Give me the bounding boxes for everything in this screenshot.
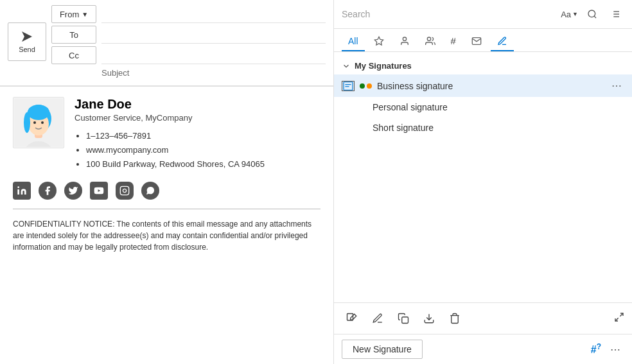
- signature-divider: [13, 209, 320, 209]
- signatures-list: My Signatures Business signature ⋯ Perso…: [334, 52, 632, 302]
- svg-rect-26: [344, 82, 353, 89]
- svg-marker-23: [374, 37, 383, 45]
- svg-point-11: [17, 187, 19, 189]
- subject-label: Subject: [101, 68, 146, 78]
- signature-info: Jane Doe Customer Service, MyCompany 1–1…: [75, 97, 265, 171]
- hash-action-icon[interactable]: #?: [591, 342, 601, 356]
- search-icon-button[interactable]: [583, 5, 601, 23]
- download-icon-button[interactable]: [419, 308, 439, 329]
- svg-point-6: [28, 105, 49, 120]
- linkedin-icon: [13, 182, 31, 200]
- confidentiality-notice: CONFIDENTIALITY NOTICE: The contents of …: [13, 218, 320, 253]
- more-options-button[interactable]: ⋯: [609, 80, 624, 92]
- cc-input[interactable]: [101, 46, 326, 64]
- sig-item-business[interactable]: Business signature ⋯: [334, 74, 632, 97]
- header-row: Send From ▼ To: [8, 5, 326, 78]
- send-label: Send: [19, 46, 35, 53]
- edit-icon-button[interactable]: [342, 308, 362, 329]
- to-input[interactable]: [101, 26, 326, 44]
- to-row: To: [51, 26, 326, 44]
- sig-short-label: Short signature: [342, 123, 624, 133]
- svg-point-9: [41, 121, 44, 124]
- from-input[interactable]: [101, 5, 326, 23]
- twitter-icon: [64, 182, 82, 200]
- svg-point-25: [427, 37, 430, 40]
- email-header: Send From ▼ To: [0, 0, 333, 86]
- signature-toolbar: [334, 302, 632, 334]
- search-bar: Aa ▼: [334, 0, 632, 29]
- email-compose-panel: Send From ▼ To: [0, 0, 334, 364]
- delete-icon-button[interactable]: [444, 308, 465, 329]
- hashtag-label: #: [451, 35, 456, 46]
- my-signatures-header[interactable]: My Signatures: [334, 57, 632, 74]
- search-bar-controls: Aa ▼: [561, 5, 624, 23]
- svg-line-32: [620, 313, 623, 316]
- from-button[interactable]: From ▼: [51, 5, 96, 23]
- new-signature-button[interactable]: New Signature: [342, 340, 423, 359]
- from-chevron-icon: ▼: [82, 11, 88, 18]
- font-size-button[interactable]: Aa ▼: [561, 10, 578, 19]
- whatsapp-icon: [141, 182, 159, 200]
- svg-rect-30: [402, 317, 408, 324]
- dot-green: [360, 83, 365, 89]
- new-signature-label: New Signature: [353, 344, 412, 354]
- tab-hashtag[interactable]: #: [444, 31, 462, 51]
- signature-area: Jane Doe Customer Service, MyCompany 1–1…: [0, 86, 333, 364]
- cc-label: Cc: [69, 51, 79, 60]
- cc-row: Cc: [51, 46, 326, 64]
- svg-marker-0: [22, 31, 32, 42]
- more-actions-button[interactable]: ⋯: [606, 340, 624, 358]
- sig-details: 1–123–456–7891 www.mycompany.com 100 Bui…: [75, 129, 265, 171]
- expand-icon[interactable]: [614, 312, 624, 325]
- youtube-icon: [90, 182, 108, 200]
- from-label: From: [60, 10, 79, 19]
- section-label: My Signatures: [355, 61, 412, 71]
- svg-line-16: [594, 16, 596, 18]
- search-input[interactable]: [342, 9, 556, 19]
- sig-website: www.mycompany.com: [86, 143, 265, 157]
- new-signature-row: New Signature #? ⋯: [334, 334, 632, 364]
- more-actions-icon: ⋯: [610, 343, 620, 356]
- sig-title: Customer Service, MyCompany: [75, 113, 265, 123]
- filter-icon-button[interactable]: [606, 5, 624, 23]
- svg-rect-10: [17, 189, 19, 195]
- tab-starred[interactable]: [367, 32, 391, 51]
- sig-item-personal[interactable]: Personal signature: [334, 97, 632, 117]
- signatures-panel: Aa ▼ Al: [334, 0, 632, 364]
- sig-address: 100 Build Parkway, Redwood Shores, CA 94…: [86, 157, 265, 171]
- svg-point-7: [24, 112, 30, 133]
- subject-row: Subject: [51, 68, 326, 78]
- svg-point-8: [33, 121, 36, 124]
- sig-name: Jane Doe: [75, 97, 265, 112]
- sig-status-dots: [360, 83, 372, 89]
- rename-icon-button[interactable]: [367, 308, 388, 329]
- sig-personal-label: Personal signature: [342, 102, 624, 112]
- sig-business-label: Business signature: [377, 81, 604, 91]
- sig-file-icon: [342, 81, 355, 91]
- to-label: To: [69, 30, 78, 40]
- svg-point-24: [403, 37, 406, 40]
- instagram-icon: [116, 182, 134, 200]
- sig-item-short[interactable]: Short signature: [334, 117, 632, 138]
- tab-mail[interactable]: [465, 32, 488, 51]
- send-button[interactable]: Send: [8, 22, 46, 61]
- signature-card: Jane Doe Customer Service, MyCompany 1–1…: [13, 97, 320, 171]
- dot-orange: [367, 83, 372, 89]
- filter-tabs: All #: [334, 29, 632, 52]
- svg-line-33: [615, 318, 619, 321]
- cc-button[interactable]: Cc: [51, 46, 96, 64]
- avatar: [13, 97, 64, 148]
- to-button[interactable]: To: [51, 26, 96, 44]
- actions-right: #? ⋯: [591, 340, 624, 358]
- tab-all[interactable]: All: [342, 32, 365, 51]
- copy-icon-button[interactable]: [393, 308, 414, 329]
- tab-person[interactable]: [393, 32, 416, 51]
- tab-pen[interactable]: [491, 32, 514, 51]
- svg-point-15: [588, 10, 595, 17]
- tab-group[interactable]: [419, 32, 442, 51]
- facebook-icon: [39, 182, 57, 200]
- tab-all-label: All: [348, 36, 358, 46]
- social-icons: [13, 182, 320, 200]
- sig-phone: 1–123–456–7891: [86, 129, 265, 143]
- header-fields: From ▼ To Cc: [51, 5, 326, 78]
